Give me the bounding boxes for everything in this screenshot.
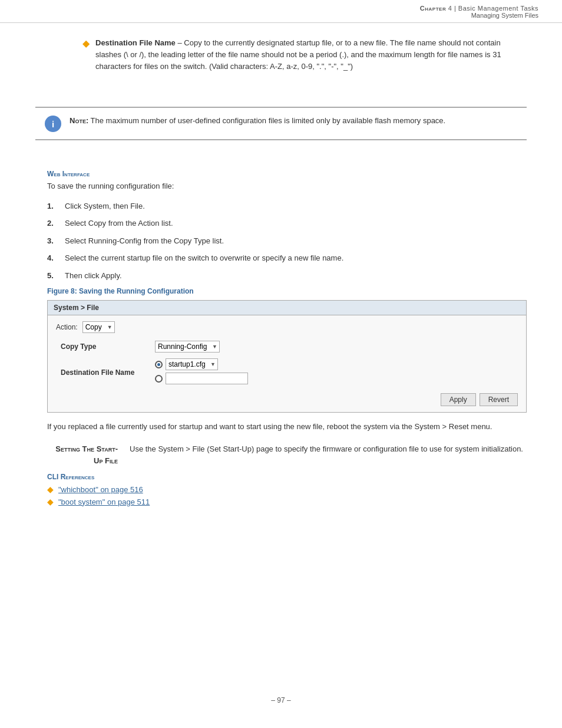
header-subtitle: Managing System Files (420, 12, 538, 19)
cli-diamond-1: ◆ (47, 485, 54, 494)
startup-select[interactable]: startup1.cfg (166, 358, 218, 370)
step-3-text: Select Running-Config from the Copy Type… (65, 235, 224, 247)
step-5: 5. Then click Apply. (47, 270, 562, 282)
copy-type-value-cell: Running-Config (150, 338, 518, 355)
ui-table: Copy Type Running-Config Destination Fil… (56, 338, 518, 390)
step-4-num: 4. (47, 252, 60, 264)
chapter-num: 4 (448, 5, 452, 12)
cli-link-2[interactable]: "boot system" on page 511 (58, 498, 150, 506)
cli-link-1[interactable]: "whichboot" on page 516 (58, 485, 143, 494)
setting-body: Use the System > File (Set Start-Up) pag… (130, 443, 562, 455)
chapter-label: Chapter (420, 5, 446, 12)
radio-option-startup[interactable]: startup1.cfg (155, 358, 513, 370)
setting-section: Setting The Start- Up File Use the Syste… (0, 443, 562, 467)
ui-box-body: Action: Copy Copy Type R (48, 315, 526, 412)
copy-type-select[interactable]: Running-Config (155, 341, 220, 353)
dest-file-label: Destination File Name (56, 355, 150, 390)
copy-type-row: Copy Type Running-Config (56, 338, 518, 355)
dest-file-row: Destination File Name startup1.cfg (56, 355, 518, 390)
web-interface-intro: To save the running configuration file: (0, 180, 562, 192)
post-figure-text: If you replaced a file currently used fo… (0, 421, 562, 433)
ui-system-file-box: System > File Action: Copy Copy Type (47, 300, 527, 413)
action-row: Action: Copy (56, 321, 518, 333)
side-label: Setting The Start- Up File (0, 443, 130, 467)
cli-diamond-2: ◆ (47, 497, 54, 506)
bullet-title: Destination File Name (95, 38, 176, 47)
step-2-text: Select Copy from the Action list. (65, 218, 173, 229)
action-select[interactable]: Copy (82, 321, 115, 333)
revert-button[interactable]: Revert (480, 393, 518, 406)
cli-item-2: ◆ "boot system" on page 511 (47, 497, 562, 506)
ui-box-title: System > File (48, 301, 526, 315)
action-label: Action: (56, 323, 78, 331)
note-body: The maximum number of user-defined confi… (91, 116, 446, 125)
header-right: Chapter 4 | Basic Management Tasks Manag… (420, 5, 538, 19)
step-4: 4. Select the current startup file on th… (47, 252, 562, 264)
chapter-title: Basic Management Tasks (458, 5, 538, 12)
step-1: 1. Click System, then File. (47, 200, 562, 212)
action-select-wrap[interactable]: Copy (82, 321, 115, 333)
ui-buttons: Apply Revert (56, 393, 518, 406)
step-1-num: 1. (47, 200, 60, 212)
main-content: ◆ Destination File Name – Copy to the cu… (0, 23, 562, 96)
chapter-pipe: | (454, 5, 456, 12)
apply-button[interactable]: Apply (441, 393, 476, 406)
step-5-text: Then click Apply. (65, 270, 122, 282)
side-label-line2: Up File (94, 456, 118, 465)
radio-startup-dot[interactable] (155, 361, 163, 368)
radio-option-text[interactable] (155, 373, 513, 384)
page-header: Chapter 4 | Basic Management Tasks Manag… (0, 0, 562, 23)
step-4-text: Select the current startup file on the s… (65, 252, 343, 264)
dest-file-options: startup1.cfg (150, 355, 518, 390)
page-footer: – 97 – (0, 684, 562, 716)
note-label: Note: (70, 116, 88, 125)
page: Chapter 4 | Basic Management Tasks Manag… (0, 0, 562, 728)
figure-caption: Figure 8: Saving the Running Configurati… (0, 287, 562, 295)
step-3-num: 3. (47, 235, 60, 247)
cli-heading: CLI References (47, 473, 562, 481)
radio-text-dot[interactable] (155, 375, 163, 383)
step-2-num: 2. (47, 218, 60, 229)
header-chapter: Chapter 4 | Basic Management Tasks (420, 5, 538, 12)
web-interface-heading: Web Interface (0, 170, 562, 178)
step-3: 3. Select Running-Config from the Copy T… (47, 235, 562, 247)
web-interface-section: Web Interface To save the running config… (0, 151, 562, 433)
cli-item-1: ◆ "whichboot" on page 516 (47, 485, 562, 494)
side-content: Use the System > File (Set Start-Up) pag… (130, 443, 562, 455)
step-5-num: 5. (47, 270, 60, 282)
bullet-text: Destination File Name – Copy to the curr… (95, 37, 527, 73)
dest-file-input[interactable] (166, 373, 248, 384)
step-2: 2. Select Copy from the Action list. (47, 218, 562, 229)
cli-list: ◆ "whichboot" on page 516 ◆ "boot system… (47, 485, 562, 506)
page-number: – 97 – (271, 696, 290, 704)
steps-list: 1. Click System, then File. 2. Select Co… (0, 200, 562, 282)
note-box: i Note: The maximum number of user-defin… (35, 107, 527, 140)
bullet-diamond-icon: ◆ (82, 38, 90, 49)
dest-file-bullet: ◆ Destination File Name – Copy to the cu… (35, 37, 527, 73)
startup-select-wrap[interactable]: startup1.cfg (166, 358, 218, 370)
copy-type-label: Copy Type (56, 338, 150, 355)
side-label-line1: Setting The Start- (55, 444, 118, 453)
info-icon: i (45, 116, 61, 132)
cli-section: CLI References ◆ "whichboot" on page 516… (0, 473, 562, 506)
step-1-text: Click System, then File. (65, 200, 145, 212)
note-text: Note: The maximum number of user-defined… (70, 115, 445, 127)
copy-type-select-wrap[interactable]: Running-Config (155, 341, 220, 353)
